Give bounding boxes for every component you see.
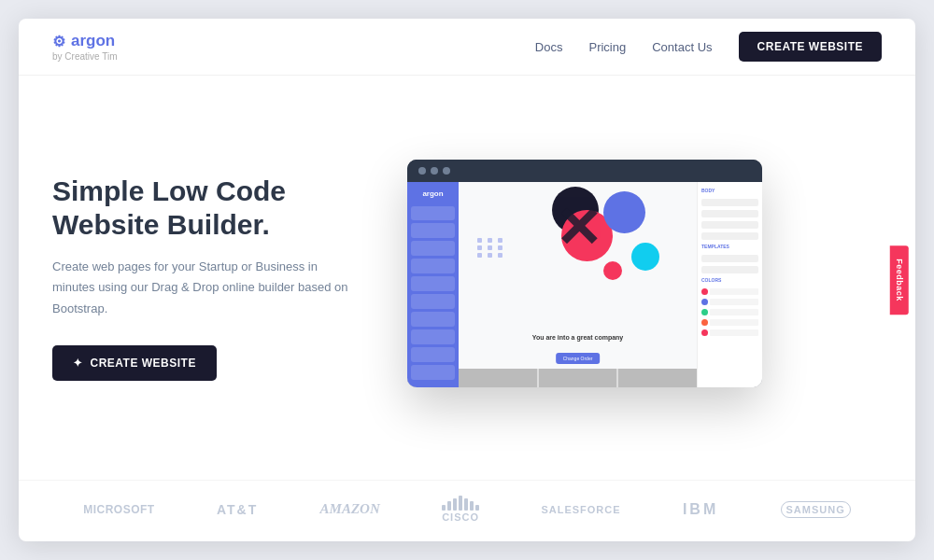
builder-right-panel: Body Templates Colors [697, 182, 762, 387]
sidebar-item [411, 206, 455, 221]
shape-x: ✕ [555, 201, 601, 257]
panel-color-row [701, 299, 758, 305]
shape-circle-red2 [603, 261, 622, 280]
plus-shapes [477, 238, 505, 258]
cisco-bar [447, 501, 451, 511]
page-wrapper: ⚙ argon by Creative Tim Docs Pricing Con… [19, 19, 915, 541]
brand-title: argon [71, 32, 115, 50]
feedback-tab[interactable]: Feedback [890, 245, 909, 315]
panel-row [701, 210, 758, 217]
cisco-bar [442, 505, 446, 511]
logo-cisco: CiSCo [442, 496, 479, 523]
cisco-text: CiSCo [442, 511, 479, 523]
sidebar-item [411, 294, 455, 309]
hero-section: Simple Low Code Website Builder. Create … [19, 76, 915, 480]
color-dot-info [701, 299, 708, 305]
color-label [710, 329, 758, 336]
builder-brand: argon [411, 189, 455, 198]
cisco-bar [453, 498, 457, 511]
hero-title: Simple Low Code Website Builder. [52, 175, 351, 242]
browser-mockup: argon [407, 160, 762, 387]
sidebar-item [411, 276, 455, 291]
panel-row [701, 266, 758, 273]
shape-circle-cyan [631, 243, 659, 271]
cisco-bar [464, 498, 468, 511]
panel-row [701, 255, 758, 262]
logo-samsung: SAMSUNG [781, 501, 851, 518]
nav-links: Docs Pricing Contact Us CREATE WEBSITE [535, 32, 882, 62]
brand-name: ⚙ argon [52, 32, 117, 50]
brand-sub: by Creative Tim [52, 51, 117, 62]
cisco-bar [459, 496, 462, 511]
nav-link-contact[interactable]: Contact Us [652, 40, 712, 54]
cisco-bar [470, 501, 474, 511]
builder-sidebar: argon [407, 182, 459, 387]
builder-main-canvas: ✕ You are into a great company Change Or… [459, 182, 697, 387]
color-dot-danger [701, 329, 708, 336]
panel-color-row [701, 319, 758, 326]
sidebar-item [411, 259, 455, 273]
logo-microsoft: Microsoft [83, 503, 155, 516]
color-dot-warning [701, 319, 708, 326]
panel-row [701, 232, 758, 240]
builder-canvas-text: You are into a great company [459, 334, 697, 341]
color-label [710, 299, 758, 305]
brand-icon: ⚙ [52, 33, 65, 50]
bottom-img-1 [459, 369, 537, 387]
cisco-bars [442, 496, 479, 511]
color-dot-success [701, 309, 708, 315]
color-label [710, 309, 758, 315]
color-label [710, 288, 758, 295]
panel-row [701, 199, 758, 206]
hero-btn-icon: ✦ [73, 357, 83, 370]
color-label [710, 319, 758, 326]
builder-bottom-strip [459, 369, 697, 387]
builder-change-btn[interactable]: Change Order [556, 353, 601, 364]
sidebar-item [411, 329, 455, 344]
panel-color-row [701, 288, 758, 295]
panel-colors-title: Colors [701, 277, 758, 283]
sidebar-item [411, 241, 455, 256]
browser-dot-red [418, 167, 426, 175]
browser-content: argon [407, 182, 762, 387]
browser-bar [407, 160, 762, 182]
sidebar-item [411, 365, 455, 380]
panel-template-title: Templates [701, 244, 758, 249]
panel-color-row [701, 309, 758, 315]
logo-salesforce: salesforce [541, 504, 620, 515]
panel-color-row [701, 329, 758, 336]
panel-body-title: Body [701, 188, 758, 193]
sidebar-item [411, 347, 455, 362]
logo-att: AT&T [217, 502, 258, 517]
nav-link-docs[interactable]: Docs [535, 40, 563, 54]
browser-dot-green [443, 167, 450, 175]
sidebar-item [411, 223, 455, 238]
bottom-img-2 [539, 369, 617, 387]
shape-circle-blue [603, 191, 645, 233]
color-dot-primary [701, 288, 708, 295]
hero-btn-label: CREATE WEBSITE [91, 357, 196, 370]
hero-left: Simple Low Code Website Builder. Create … [52, 175, 351, 380]
sidebar-item [411, 312, 455, 327]
brand: ⚙ argon by Creative Tim [52, 32, 117, 62]
nav-link-pricing[interactable]: Pricing [588, 40, 626, 54]
hero-description: Create web pages for your Startup or Bus… [52, 257, 351, 318]
navbar: ⚙ argon by Creative Tim Docs Pricing Con… [19, 19, 915, 76]
nav-cta-button[interactable]: CREATE WEBSITE [739, 32, 882, 62]
cisco-bar [475, 505, 479, 511]
logos-section: Microsoft AT&T amazon CiSCo salesforce I… [19, 480, 915, 541]
browser-dot-yellow [431, 167, 438, 175]
panel-row [701, 221, 758, 229]
logo-amazon: amazon [320, 501, 380, 517]
hero-cta-button[interactable]: ✦ CREATE WEBSITE [52, 345, 217, 381]
logo-ibm: IBM [683, 501, 718, 518]
bottom-img-3 [618, 369, 697, 387]
